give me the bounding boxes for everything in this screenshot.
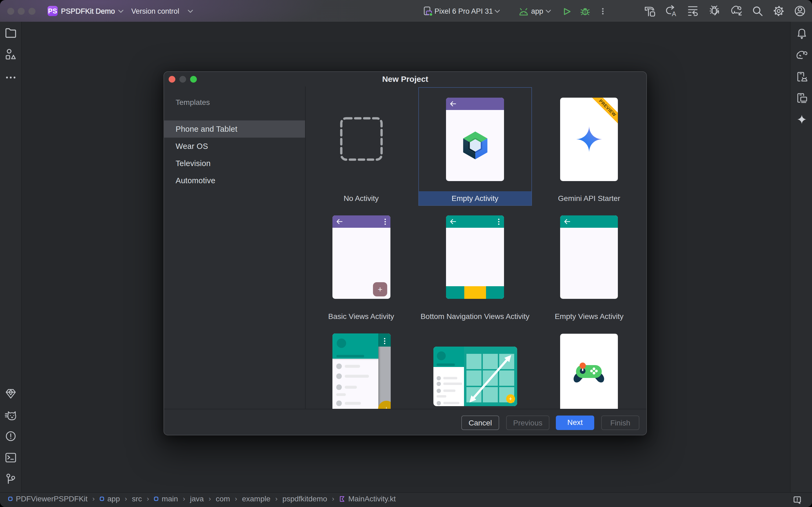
svg-text:A: A (672, 10, 676, 17)
svg-text:PREVIEW: PREVIEW (598, 99, 617, 117)
